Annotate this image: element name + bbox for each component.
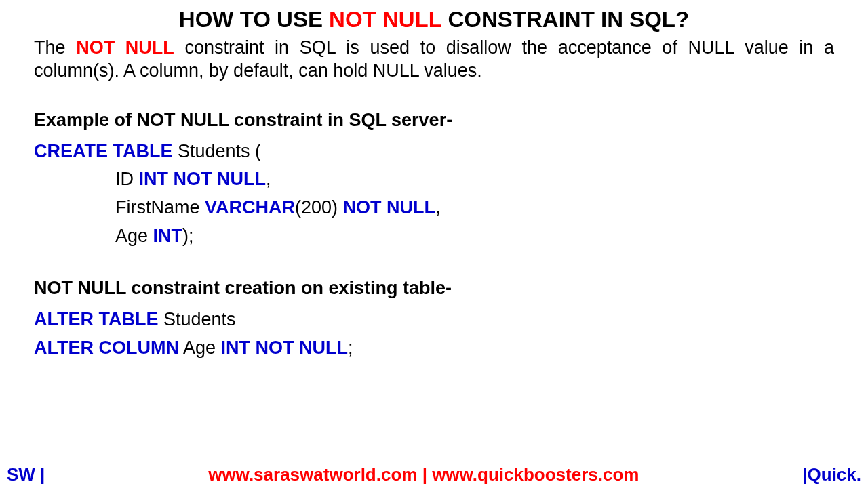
code-text: ); — [182, 226, 194, 246]
document-container: HOW TO USE NOT NULL CONSTRAINT IN SQL? T… — [0, 0, 868, 363]
keyword-create-table: CREATE TABLE — [34, 141, 173, 161]
title-part1: HOW TO USE — [179, 7, 329, 32]
keyword-int-not-null: INT NOT NULL — [221, 338, 348, 358]
code-text: FirstName — [115, 197, 205, 218]
footer-left: SW | — [7, 464, 45, 485]
example2-heading: NOT NULL constraint creation on existing… — [34, 278, 834, 299]
code-text: , — [435, 197, 441, 218]
keyword-varchar: VARCHAR — [205, 197, 295, 218]
example2-line1: ALTER TABLE Students — [34, 306, 834, 334]
keyword-int: INT — [153, 226, 183, 246]
code-text: Students — [158, 309, 235, 329]
code-text: ; — [348, 338, 353, 358]
code-text: Age — [179, 338, 221, 358]
example1-heading: Example of NOT NULL constraint in SQL se… — [34, 110, 834, 131]
page-title: HOW TO USE NOT NULL CONSTRAINT IN SQL? — [34, 7, 834, 33]
spacer — [34, 251, 834, 278]
example2-line2: ALTER COLUMN Age INT NOT NULL; — [34, 334, 834, 363]
desc-prefix: The — [34, 37, 76, 58]
example1-line2: ID INT NOT NULL, — [34, 165, 834, 194]
title-part2: CONSTRAINT IN SQL? — [441, 7, 689, 32]
keyword-alter-table: ALTER TABLE — [34, 309, 158, 329]
code-text: Age — [115, 226, 153, 246]
keyword-int-not-null: INT NOT NULL — [139, 169, 266, 189]
keyword-not-null: NOT NULL — [343, 197, 435, 218]
desc-highlight: NOT NULL — [76, 37, 174, 58]
title-highlight: NOT NULL — [329, 7, 441, 32]
code-text: , — [266, 169, 271, 189]
keyword-alter-column: ALTER COLUMN — [34, 338, 179, 358]
footer-center: www.saraswatworld.com | www.quickbooster… — [45, 464, 802, 485]
code-text: ID — [115, 169, 139, 189]
footer-right: |Quick. — [802, 464, 861, 485]
code-text: (200) — [295, 197, 343, 218]
description-text: The NOT NULL constraint in SQL is used t… — [34, 37, 834, 83]
footer: SW | www.saraswatworld.com | www.quickbo… — [0, 464, 868, 485]
example1-line1: CREATE TABLE Students ( — [34, 138, 834, 166]
example1-line4: Age INT); — [34, 222, 834, 251]
code-text: Students ( — [173, 141, 262, 161]
example1-line3: FirstName VARCHAR(200) NOT NULL, — [34, 194, 834, 222]
